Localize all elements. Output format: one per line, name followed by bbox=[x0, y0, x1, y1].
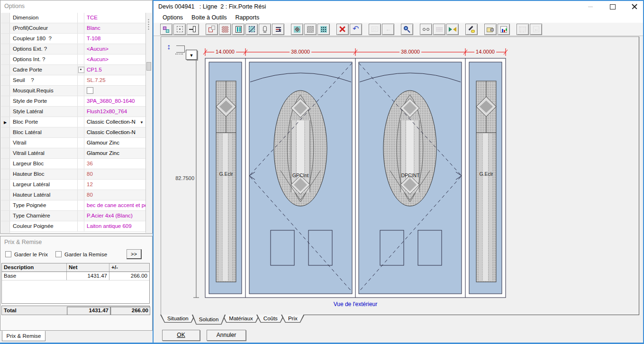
dim-right-door-width: 38.0000 bbox=[399, 49, 421, 54]
price-total-row: Total 1431.47 266.00 bbox=[1, 306, 150, 315]
option-row[interactable]: Mousquit.Requis bbox=[1, 86, 146, 96]
swap-arrows-button[interactable] bbox=[446, 24, 459, 35]
option-value[interactable]: Flush12x80_764 bbox=[84, 107, 146, 117]
option-row[interactable]: Options Ext. ? <Aucun> bbox=[1, 44, 146, 54]
window-panes-button[interactable] bbox=[232, 24, 245, 35]
option-value[interactable]: SL.7.25 bbox=[84, 75, 146, 85]
tab-prix[interactable]: Prix bbox=[281, 315, 305, 323]
exterior-view-caption: Vue de l'extérieur bbox=[205, 301, 506, 308]
price-row-base[interactable]: Base 1431.47 266.00 bbox=[2, 272, 149, 281]
keep-price-checkbox[interactable] bbox=[5, 251, 11, 257]
option-value[interactable]: TCE bbox=[84, 13, 146, 23]
option-value[interactable]: Blanc bbox=[84, 23, 146, 33]
zoom-button[interactable] bbox=[401, 24, 413, 35]
option-row[interactable]: Hauteur Bloc 80 bbox=[1, 169, 146, 180]
tab-couts[interactable]: Coûts bbox=[256, 315, 285, 323]
price-palette-title: Prix & Remise bbox=[0, 236, 152, 247]
ok-button[interactable]: OK bbox=[162, 330, 200, 341]
option-value[interactable]: <Aucun> bbox=[84, 54, 146, 64]
sketch-button[interactable] bbox=[433, 24, 445, 35]
option-row[interactable]: Couleur Poignée Laiton antique 609 bbox=[1, 221, 146, 232]
option-row[interactable]: Style de Porte 3PA_3680_80-1640 bbox=[1, 96, 146, 107]
option-value[interactable]: <Aucun> bbox=[84, 44, 146, 54]
tab-solution[interactable]: Solution bbox=[192, 315, 226, 325]
undo-icon bbox=[352, 26, 360, 33]
option-value[interactable]: 36 bbox=[84, 159, 146, 169]
option-row[interactable]: Bloc Porte Classic Collection-N bbox=[1, 117, 146, 127]
door-handle-button[interactable] bbox=[259, 24, 271, 35]
option-value[interactable]: Classic Collection-N bbox=[84, 117, 146, 127]
checkbox[interactable] bbox=[87, 87, 93, 94]
option-label: Largeur Latéral bbox=[10, 180, 78, 190]
option-row[interactable]: Style Latéral Flush12x80_764 bbox=[1, 107, 146, 117]
option-row[interactable]: Type Charnière P.Acier 4x4 (Blanc) bbox=[1, 211, 146, 221]
titlebar[interactable]: Devis 004941 : Ligne 2 : Fix.Porte Rési bbox=[154, 1, 643, 13]
option-value[interactable]: P.Acier 4x4 (Blanc) bbox=[84, 211, 146, 221]
texture-square-button[interactable] bbox=[304, 24, 317, 35]
right-sidelite-glass-label: G.Eclr bbox=[479, 171, 493, 177]
option-value[interactable]: CP1.5 bbox=[84, 65, 146, 75]
option-row[interactable]: Largeur Bloc 36 bbox=[1, 159, 146, 169]
keep-discount-checkbox[interactable] bbox=[55, 251, 62, 257]
option-value[interactable]: 80 bbox=[84, 169, 146, 179]
option-row[interactable]: Cadre Porte CP1.5 bbox=[1, 65, 146, 75]
option-row[interactable]: Seuil ? SL.7.25 bbox=[1, 75, 146, 86]
expand-button[interactable]: >> bbox=[127, 249, 142, 259]
close-icon[interactable] bbox=[631, 3, 638, 10]
option-value[interactable]: Glamour Zinc bbox=[84, 138, 146, 148]
option-row[interactable]: Hauteur Latéral 80 bbox=[1, 190, 146, 200]
option-value[interactable]: 80 bbox=[84, 190, 146, 200]
back-arrow-button[interactable] bbox=[382, 24, 394, 35]
marquee-select-button[interactable] bbox=[369, 24, 381, 35]
menu-boite-a-outils[interactable]: Boite à Outils bbox=[187, 13, 231, 22]
cascade-blocks-button[interactable] bbox=[160, 24, 172, 35]
option-row[interactable]: (Profil)Couleur Blanc bbox=[1, 23, 146, 34]
tab-materiaux[interactable]: Matériaux bbox=[222, 315, 260, 323]
options-scrollbar[interactable] bbox=[145, 13, 152, 233]
option-value[interactable]: T-108 bbox=[84, 34, 146, 44]
dot-grid-button[interactable] bbox=[317, 24, 330, 35]
option-row[interactable]: Vitrail Glamour Zinc bbox=[1, 138, 146, 148]
price-palette-tab[interactable]: Prix & Remise bbox=[2, 331, 45, 341]
option-label: Cadre Porte bbox=[10, 65, 78, 75]
option-value[interactable]: Glamour Zinc bbox=[84, 148, 146, 158]
keep-discount-label: Garder la Remise bbox=[64, 252, 107, 257]
maximize-icon[interactable] bbox=[609, 3, 617, 10]
folder-report-button[interactable] bbox=[484, 24, 497, 35]
bar-chart-button[interactable] bbox=[498, 24, 510, 35]
menu-options[interactable]: Options bbox=[158, 13, 187, 22]
diamond-grille-button[interactable] bbox=[291, 24, 303, 35]
option-row[interactable]: Largeur Latéral 12 bbox=[1, 180, 146, 190]
undo-button[interactable] bbox=[350, 24, 362, 35]
cancel-button[interactable]: Annuler bbox=[207, 330, 246, 341]
dashed-frame-button[interactable] bbox=[173, 24, 186, 35]
export-button[interactable] bbox=[530, 24, 542, 35]
option-row[interactable]: Options Int. ? <Aucun> bbox=[1, 54, 146, 65]
dropdown-arrow-icon[interactable] bbox=[140, 117, 144, 127]
left-sidelite-glass-label: G.Eclr bbox=[219, 171, 233, 177]
dither-pattern-button[interactable] bbox=[219, 24, 231, 35]
option-value[interactable]: Laiton antique 609 bbox=[84, 221, 146, 231]
option-row[interactable]: Dimension TCE bbox=[1, 13, 146, 23]
option-row[interactable]: Vitrail Latéral Glamour Zinc bbox=[1, 148, 146, 159]
option-value[interactable]: 12 bbox=[84, 180, 146, 190]
scrollbar-thumb[interactable] bbox=[146, 62, 151, 71]
menu-rapports[interactable]: Rapports bbox=[231, 13, 263, 22]
option-value[interactable]: bec de cane accent et pene bbox=[84, 200, 146, 210]
spray-highlight-button[interactable] bbox=[465, 24, 478, 35]
hinge-lines-button[interactable] bbox=[272, 24, 284, 35]
option-row[interactable]: Coupleur 180 ? T-108 bbox=[1, 34, 146, 44]
option-row[interactable]: Type Poignée bec de cane accent et pene bbox=[1, 200, 146, 211]
glass-diagonal-button[interactable] bbox=[245, 24, 258, 35]
tab-situation[interactable]: Situation bbox=[160, 315, 196, 323]
minimize-icon[interactable] bbox=[587, 3, 595, 10]
option-value[interactable]: Classic Collection-N bbox=[84, 127, 146, 137]
delete-button[interactable] bbox=[336, 24, 349, 35]
end-panel-button[interactable] bbox=[187, 24, 199, 35]
option-value[interactable]: 3PA_3680_80-1640 bbox=[84, 96, 146, 106]
add-frame-button[interactable] bbox=[206, 24, 218, 35]
option-row[interactable]: Bloc Latéral Classic Collection-N bbox=[1, 127, 146, 138]
red-grid-button[interactable] bbox=[517, 24, 529, 35]
glasses-3d-button[interactable] bbox=[420, 24, 432, 35]
option-value[interactable] bbox=[84, 86, 146, 96]
